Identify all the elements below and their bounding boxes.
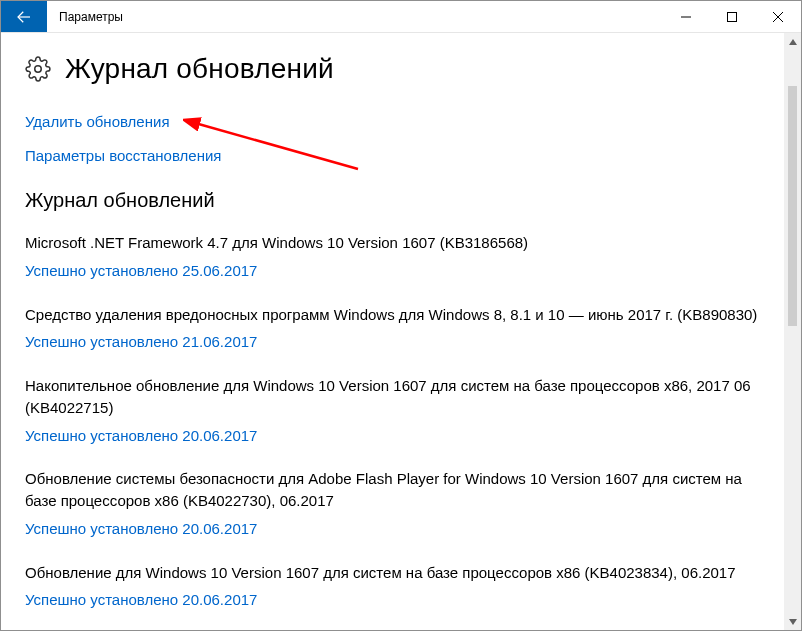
update-status-link[interactable]: Успешно установлено 20.06.2017 [25, 518, 257, 540]
gear-icon [25, 56, 51, 82]
back-arrow-icon [15, 8, 33, 26]
update-status-link[interactable]: Успешно установлено 21.06.2017 [25, 331, 257, 353]
titlebar: Параметры [1, 1, 801, 33]
back-button[interactable] [1, 1, 47, 32]
update-item: Обновление для Windows 10 Version 1607 д… [25, 562, 760, 612]
window-title: Параметры [47, 1, 663, 32]
recovery-options-row: Параметры восстановления [25, 147, 760, 165]
update-status-link[interactable]: Успешно установлено 20.06.2017 [25, 425, 257, 447]
content-area: Журнал обновлений Удалить обновления Пар… [1, 33, 801, 630]
page-heading-row: Журнал обновлений [25, 53, 760, 85]
vertical-scrollbar[interactable] [784, 33, 801, 630]
uninstall-updates-row: Удалить обновления [25, 113, 760, 131]
update-item: Microsoft .NET Framework 4.7 для Windows… [25, 232, 760, 282]
section-heading: Журнал обновлений [25, 189, 760, 212]
annotation-arrow-icon [183, 109, 373, 179]
svg-rect-2 [728, 12, 737, 21]
svg-point-5 [35, 66, 42, 73]
uninstall-updates-link[interactable]: Удалить обновления [25, 113, 170, 130]
scroll-thumb[interactable] [788, 86, 797, 326]
maximize-icon [727, 12, 737, 22]
update-title: Обновление системы безопасности для Adob… [25, 468, 760, 512]
maximize-button[interactable] [709, 1, 755, 32]
update-title: Средство удаления вредоносных программ W… [25, 304, 760, 326]
settings-window: Параметры Журнал обновлений Уд [0, 0, 802, 631]
chevron-down-icon [789, 619, 797, 625]
update-title: Microsoft .NET Framework 4.7 для Windows… [25, 232, 760, 254]
content: Журнал обновлений Удалить обновления Пар… [1, 33, 784, 630]
update-item: Накопительное обновление для Windows 10 … [25, 375, 760, 446]
update-status-link[interactable]: Успешно установлено 20.06.2017 [25, 589, 257, 611]
update-status-link[interactable]: Успешно установлено 25.06.2017 [25, 260, 257, 282]
window-controls [663, 1, 801, 32]
update-title: Накопительное обновление для Windows 10 … [25, 375, 760, 419]
page-title: Журнал обновлений [65, 53, 334, 85]
scroll-up-button[interactable] [784, 33, 801, 50]
recovery-options-link[interactable]: Параметры восстановления [25, 147, 221, 164]
chevron-up-icon [789, 39, 797, 45]
update-item: Обновление системы безопасности для Adob… [25, 468, 760, 539]
close-button[interactable] [755, 1, 801, 32]
scroll-down-button[interactable] [784, 613, 801, 630]
minimize-icon [681, 12, 691, 22]
update-item: Средство удаления вредоносных программ W… [25, 304, 760, 354]
scroll-track-spacer [784, 326, 801, 613]
update-title: Обновление для Windows 10 Version 1607 д… [25, 562, 760, 584]
minimize-button[interactable] [663, 1, 709, 32]
close-icon [773, 12, 783, 22]
